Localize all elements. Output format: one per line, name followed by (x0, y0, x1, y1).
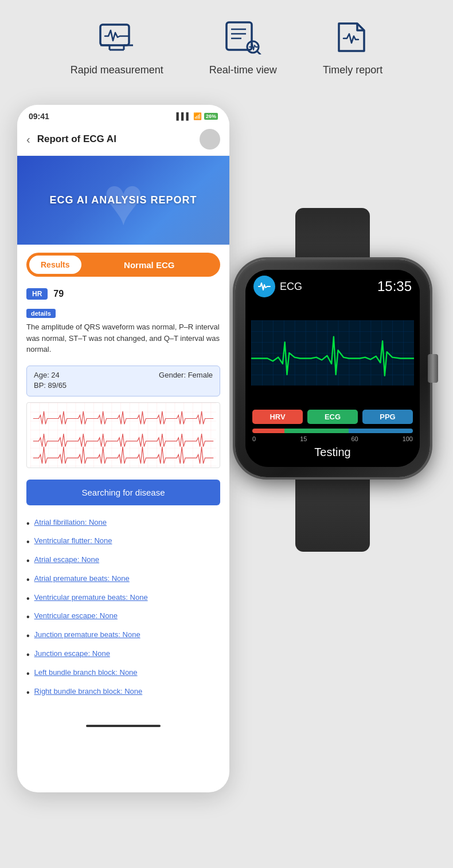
timely-report-feature: Timely report (323, 17, 382, 76)
bullet-icon: • (26, 593, 30, 605)
search-disease-button[interactable]: Searching for disease (26, 480, 220, 505)
report-icon (334, 20, 372, 54)
ppg-button[interactable]: PPG (362, 410, 413, 424)
patient-bp-row: BP: 89/65 (34, 381, 213, 390)
status-time: 09:41 (29, 112, 49, 121)
scale-100: 100 (403, 435, 413, 442)
scale-15: 15 (300, 435, 307, 442)
bullet-icon: • (26, 649, 30, 661)
disease-label: Ventricular escape: None (34, 611, 118, 620)
watch-graph-area (245, 301, 420, 405)
battery-badge: 26% (204, 113, 218, 120)
search-ecg-icon (224, 20, 261, 54)
bullet-icon: • (26, 574, 30, 586)
watch-ecg-row: ECG (253, 276, 302, 297)
disease-label: Ventricular flutter: None (34, 536, 112, 545)
phone-mockup: 09:41 ▌▌▌ 📶 26% ‹ Report of ECG AI ♥ ECG… (17, 105, 229, 792)
watch-time: 15:35 (377, 278, 412, 294)
hrv-button[interactable]: HRV (252, 410, 303, 424)
list-item: • Junction premature beats: None (26, 627, 220, 646)
disease-label: Atrial escape: None (34, 555, 99, 564)
disease-label: Left bundle branch block: None (34, 668, 138, 677)
watch-ecg-label: ECG (280, 281, 302, 293)
results-label: Results (28, 254, 83, 275)
watch-top-bar: ECG 15:35 (245, 270, 420, 301)
list-item: • Ventricular escape: None (26, 608, 220, 627)
list-item: • Atrial fibrillation: None (26, 514, 220, 533)
scale-0: 0 (252, 435, 256, 442)
patient-gender: Gender: Female (159, 371, 213, 379)
hr-row: HR 79 (17, 285, 229, 303)
watch-bottom: HRV ECG PPG 0 15 60 100 Testing (245, 405, 420, 467)
ecg-banner-content: ECG AI ANALYSIS REPORT (49, 194, 197, 206)
home-bar (86, 725, 161, 727)
patient-info: Age: 24 Gender: Female BP: 89/65 (26, 366, 220, 396)
bullet-icon: • (26, 518, 30, 530)
watch-progress-bar (252, 429, 413, 433)
watch-ecg-graph (251, 301, 414, 405)
patient-age: Age: 24 (34, 371, 60, 379)
watch-band-bottom (295, 466, 370, 552)
ecg-banner: ♥ ECG AI ANALYSIS REPORT (17, 156, 229, 245)
real-time-view-label: Real-time view (209, 64, 277, 76)
disease-label: Junction escape: None (34, 649, 110, 658)
watch-testing-label: Testing (252, 446, 413, 462)
bullet-icon: • (26, 611, 30, 623)
ecg-monitor-icon (98, 20, 135, 54)
list-item: • Ventricular premature beats: None (26, 590, 220, 608)
watch-outer: ECG 15:35 (235, 260, 430, 477)
bullet-icon: • (26, 630, 30, 642)
rapid-measurement-feature: Rapid measurement (71, 17, 163, 76)
watch-scale: 0 15 60 100 (252, 435, 413, 442)
rapid-measurement-icon-box (94, 17, 140, 57)
avatar (200, 129, 220, 150)
watch-case: ECG 15:35 (235, 260, 430, 477)
details-badge: details (26, 309, 56, 318)
watch-ecg-waveform-icon (258, 281, 271, 292)
ecg-button[interactable]: ECG (307, 410, 358, 424)
details-text: The amplitude of QRS waveform was normal… (26, 321, 220, 355)
results-bar: Results Normal ECG (26, 253, 220, 277)
timely-report-icon-box (330, 17, 376, 57)
disease-label: Junction premature beats: None (34, 630, 140, 639)
list-item: • Right bundle branch block: None (26, 684, 220, 702)
ecg-chart (26, 402, 220, 468)
main-content: 09:41 ▌▌▌ 📶 26% ‹ Report of ECG AI ♥ ECG… (0, 99, 453, 804)
wifi-icon: 📶 (193, 112, 202, 120)
watch-buttons-row: HRV ECG PPG (252, 410, 413, 424)
status-bar: 09:41 ▌▌▌ 📶 26% (17, 105, 229, 124)
bullet-icon: • (26, 668, 30, 680)
patient-bp: BP: 89/65 (34, 381, 67, 390)
list-item: • Ventricular flutter: None (26, 533, 220, 552)
watch-crown (428, 354, 438, 383)
hr-badge: HR (26, 288, 48, 300)
results-value: Normal ECG (84, 260, 220, 270)
real-time-view-icon-box (220, 17, 266, 57)
back-button[interactable]: ‹ (26, 133, 30, 146)
watch-container: ECG 15:35 (212, 260, 453, 477)
svg-line-11 (257, 51, 260, 54)
app-header: ‹ Report of ECG AI (17, 124, 229, 156)
scale-60: 60 (351, 435, 358, 442)
watch-screen: ECG 15:35 (245, 270, 420, 467)
list-item: • Junction escape: None (26, 646, 220, 665)
features-section: Rapid measurement Real-time view Timely (0, 0, 453, 99)
list-item: • Left bundle branch block: None (26, 665, 220, 684)
real-time-view-feature: Real-time view (209, 17, 277, 76)
status-icons: ▌▌▌ 📶 26% (176, 112, 218, 120)
patient-age-gender-row: Age: 24 Gender: Female (34, 371, 213, 379)
disease-label: Ventricular premature beats: None (34, 593, 148, 602)
home-indicator (17, 713, 229, 734)
disease-label: Atrial fibrillation: None (34, 518, 107, 527)
disease-list: • Atrial fibrillation: None • Ventricula… (17, 512, 229, 714)
ecg-banner-title: ECG AI ANALYSIS REPORT (49, 194, 197, 206)
app-title: Report of ECG AI (37, 133, 200, 145)
rapid-measurement-label: Rapid measurement (71, 64, 163, 76)
details-section: details The amplitude of QRS waveform wa… (17, 303, 229, 360)
timely-report-label: Timely report (323, 64, 382, 76)
list-item: • Atrial escape: None (26, 552, 220, 571)
bullet-icon: • (26, 555, 30, 567)
watch-ecg-app-icon (253, 276, 275, 297)
disease-label: Right bundle branch block: None (34, 687, 143, 696)
bullet-icon: • (26, 687, 30, 699)
